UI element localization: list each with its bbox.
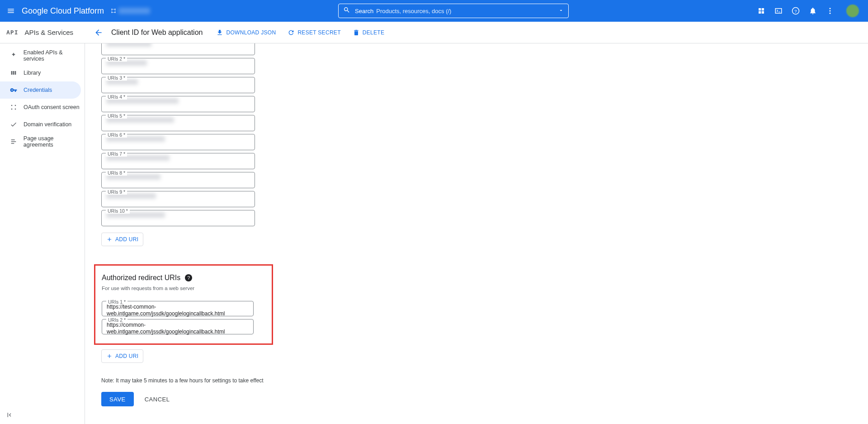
uri-field-label: URIs 8 * [106, 170, 127, 176]
verify-icon [9, 120, 18, 129]
product-name: Google Cloud Platform [22, 6, 104, 16]
add-uri-button-origins[interactable]: ADD URI [101, 233, 143, 246]
delete-label: DELETE [363, 29, 384, 36]
authorized-redirect-uris-section: Authorized redirect URIs ? For use with … [94, 264, 273, 345]
sidebar-item-credentials[interactable]: Credentials [0, 81, 81, 99]
sidebar-item-domain-verification[interactable]: Domain verification [0, 116, 85, 133]
redirect-uri-label: URIs 1 * [106, 299, 127, 305]
sidebar-item-page-usage[interactable]: Page usage agreements [0, 133, 85, 150]
project-name-redacted [118, 8, 150, 14]
sidebar-item-oauth-consent[interactable]: OAuth consent screen [0, 99, 85, 116]
button-row: SAVE CANCEL [101, 392, 373, 406]
help-icon[interactable]: ? [791, 6, 800, 15]
reset-secret-label: RESET SECRET [297, 29, 340, 36]
redirect-uri-field: URIs 2 * https://common-web.intlgame.com… [102, 319, 265, 334]
add-uri-label: ADD URI [115, 236, 138, 243]
cancel-button[interactable]: CANCEL [141, 396, 174, 403]
content-scroll[interactable]: URIs 2 * URIs 3 * URIs 4 * URIs 5 * URIs… [85, 43, 868, 424]
avatar[interactable] [846, 5, 859, 17]
header-right-icons: ? [757, 5, 859, 17]
uri-field-label: URIs 10 * [106, 208, 130, 214]
section-label: API APIs & Services [0, 29, 85, 36]
reset-secret-button[interactable]: RESET SECRET [288, 29, 340, 36]
gift-icon[interactable] [757, 6, 766, 15]
svg-point-8 [830, 13, 831, 14]
uri-field: URIs 5 * [101, 115, 373, 131]
key-icon [9, 86, 18, 95]
sidebar-item-label: Library [24, 70, 41, 76]
project-picker[interactable] [110, 8, 150, 14]
hamburger-menu-icon[interactable] [5, 5, 16, 16]
uri-field-label: URIs 7 * [106, 151, 127, 157]
sidebar: Enabled APIs & services Library Credenti… [0, 43, 85, 424]
uri-field: URIs 9 * [101, 191, 373, 207]
uri-field-label: URIs 4 * [106, 94, 127, 100]
delete-button[interactable]: DELETE [353, 29, 384, 36]
page-title: Client ID for Web application [111, 29, 203, 37]
svg-text:?: ? [794, 9, 797, 14]
svg-point-10 [15, 105, 16, 106]
section-title: APIs & Services [24, 29, 73, 36]
svg-point-9 [11, 105, 13, 106]
uri-field: URIs 2 * [101, 58, 373, 74]
uri-field-label: URIs 6 * [106, 132, 127, 138]
download-json-button[interactable]: DOWNLOAD JSON [216, 29, 276, 36]
uri-field: URIs 6 * [101, 134, 373, 150]
svg-point-12 [15, 109, 16, 110]
sidebar-item-label: Page usage agreements [24, 135, 85, 148]
uri-field: URIs 7 * [101, 153, 373, 169]
cloud-shell-icon[interactable] [774, 6, 783, 15]
svg-point-7 [830, 10, 831, 12]
subheader: API APIs & Services Client ID for Web ap… [0, 22, 868, 43]
back-arrow-icon[interactable] [93, 27, 104, 38]
add-uri-button-redirect[interactable]: ADD URI [101, 349, 143, 363]
add-uri-label: ADD URI [115, 353, 138, 359]
uri-input[interactable] [101, 43, 255, 55]
search-input[interactable]: Search Products, resources, docs (/) [338, 4, 569, 18]
api-logo-text: API [6, 29, 18, 36]
uri-field-label: URIs 2 * [106, 56, 127, 62]
uri-field-label: URIs 3 * [106, 75, 127, 81]
collapse-sidebar-icon[interactable] [6, 411, 14, 420]
notifications-icon[interactable] [808, 6, 817, 15]
sidebar-item-label: OAuth consent screen [24, 104, 80, 110]
enabled-apis-icon [9, 51, 18, 60]
sidebar-item-label: Credentials [24, 87, 52, 93]
save-button[interactable]: SAVE [101, 392, 134, 406]
svg-point-11 [11, 109, 13, 110]
library-icon [9, 68, 18, 77]
search-label: Search [355, 8, 373, 14]
search-placeholder: Products, resources, docs (/) [376, 8, 451, 14]
svg-point-6 [830, 8, 831, 9]
redirect-uri-label: URIs 2 * [106, 317, 127, 323]
sidebar-item-label: Enabled APIs & services [24, 49, 85, 62]
redirect-section-title: Authorized redirect URIs ? [102, 274, 265, 282]
consent-icon [9, 103, 18, 112]
help-tooltip-icon[interactable]: ? [185, 274, 192, 281]
more-icon[interactable] [826, 6, 835, 15]
sidebar-item-library[interactable]: Library [0, 64, 85, 81]
settings-note: Note: It may take 5 minutes to a few hou… [101, 377, 373, 384]
uri-field: URIs 4 * [101, 96, 373, 112]
uri-field-label: URIs 9 * [106, 189, 127, 195]
uri-field: URIs 8 * [101, 172, 373, 188]
search-dropdown-icon[interactable] [558, 7, 564, 15]
uri-field: URIs 3 * [101, 77, 373, 93]
redirect-title-text: Authorized redirect URIs [102, 274, 180, 282]
uri-field [101, 43, 373, 55]
sidebar-item-enabled-apis[interactable]: Enabled APIs & services [0, 47, 85, 64]
redirect-uri-field: URIs 1 * https://test-common-web.intlgam… [102, 301, 265, 316]
top-header: Google Cloud Platform Search Products, r… [0, 0, 868, 22]
download-json-label: DOWNLOAD JSON [226, 29, 276, 36]
uri-field: URIs 10 * [101, 210, 373, 226]
search-icon [343, 6, 350, 15]
agreement-icon [9, 137, 18, 146]
uri-field-label: URIs 5 * [106, 113, 127, 119]
redirect-section-desc: For use with requests from a web server [102, 286, 265, 291]
sidebar-item-label: Domain verification [24, 121, 71, 128]
